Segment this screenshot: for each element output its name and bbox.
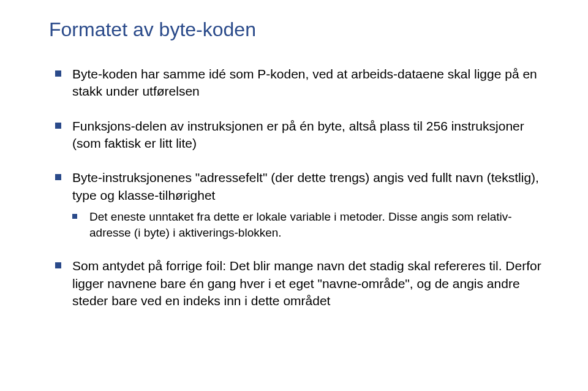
sub-bullet-text: Det eneste unntaket fra dette er lokale …: [89, 210, 512, 239]
bullet-item: Byte-instruksjonenes "adressefelt" (der …: [55, 169, 551, 240]
bullet-item: Byte-koden har samme idé som P-koden, ve…: [55, 66, 551, 101]
bullet-item: Funksjons-delen av instruksjonen er på é…: [55, 118, 551, 153]
bullet-text: Funksjons-delen av instruksjonen er på é…: [72, 119, 524, 150]
main-bullet-list: Byte-koden har samme idé som P-koden, ve…: [55, 66, 551, 309]
sub-bullet-item: Det eneste unntaket fra dette er lokale …: [72, 209, 551, 240]
bullet-item: Som antydet på forrige foil: Det blir ma…: [55, 257, 551, 309]
slide-title: Formatet av byte-koden: [49, 18, 551, 41]
bullet-text: Byte-koden har samme idé som P-koden, ve…: [72, 67, 537, 98]
bullet-text: Som antydet på forrige foil: Det blir ma…: [72, 259, 541, 308]
bullet-text: Byte-instruksjonenes "adressefelt" (der …: [72, 170, 539, 202]
sub-bullet-list: Det eneste unntaket fra dette er lokale …: [72, 209, 551, 240]
